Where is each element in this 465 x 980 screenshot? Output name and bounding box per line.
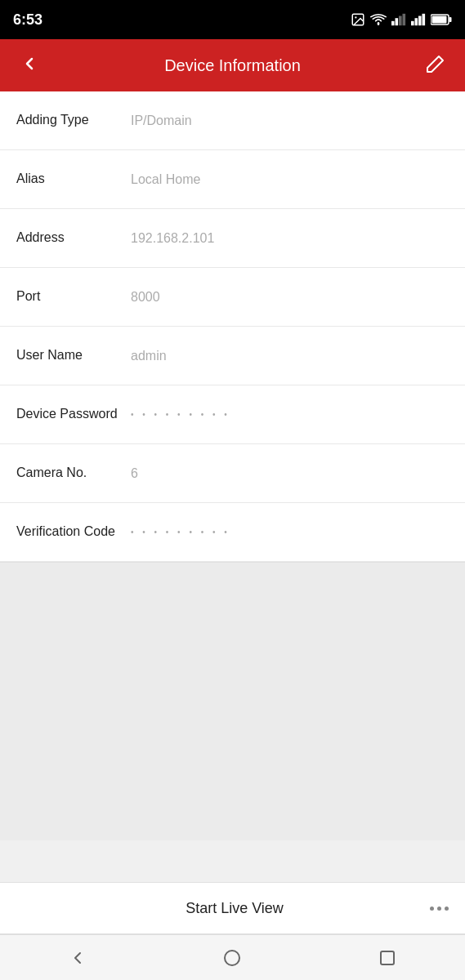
alias-row: Alias Local Home xyxy=(0,150,465,209)
port-label: Port xyxy=(16,288,131,305)
svg-point-1 xyxy=(355,16,356,18)
camera-no-label: Camera No. xyxy=(16,465,131,482)
device-password-label: Device Password xyxy=(16,406,131,423)
status-time: 6:53 xyxy=(13,11,42,29)
status-bar: 6:53 xyxy=(0,0,465,39)
svg-rect-4 xyxy=(399,16,402,26)
device-password-row: Device Password • • • • • • • • • xyxy=(0,385,465,444)
verification-code-value[interactable]: • • • • • • • • • xyxy=(131,528,449,537)
camera-no-row: Camera No. 6 xyxy=(0,444,465,503)
verification-code-label: Verification Code xyxy=(16,523,131,541)
dot-menu-2 xyxy=(437,906,441,911)
home-nav-button[interactable] xyxy=(216,942,248,974)
dot-menu-3 xyxy=(445,906,449,911)
adding-type-value[interactable]: IP/Domain xyxy=(131,114,449,128)
port-value[interactable]: 8000 xyxy=(131,290,449,305)
image-icon xyxy=(351,12,365,27)
wifi-icon xyxy=(370,13,387,26)
svg-rect-6 xyxy=(411,21,414,25)
camera-no-value[interactable]: 6 xyxy=(131,466,449,481)
address-label: Address xyxy=(16,229,131,247)
port-row: Port 8000 xyxy=(0,268,465,327)
address-value[interactable]: 192.168.2.101 xyxy=(131,231,449,246)
username-value[interactable]: admin xyxy=(131,349,449,363)
gray-area xyxy=(0,563,465,840)
nav-bar: Device Information xyxy=(0,39,465,91)
svg-rect-3 xyxy=(396,18,399,25)
recents-nav-button[interactable] xyxy=(371,942,404,974)
svg-rect-12 xyxy=(432,16,447,24)
bottom-action-bar: Start Live View xyxy=(0,882,465,934)
form-content: Adding Type IP/Domain Alias Local Home A… xyxy=(0,91,465,563)
svg-rect-5 xyxy=(403,14,406,25)
address-row: Address 192.168.2.101 xyxy=(0,209,465,268)
svg-rect-2 xyxy=(391,21,395,25)
svg-rect-8 xyxy=(418,16,422,26)
signal-icon xyxy=(391,13,406,26)
svg-rect-9 xyxy=(423,14,426,25)
svg-rect-14 xyxy=(381,951,394,964)
alias-label: Alias xyxy=(16,171,131,188)
verification-code-row: Verification Code • • • • • • • • • xyxy=(0,503,465,562)
adding-type-label: Adding Type xyxy=(16,112,131,129)
svg-rect-11 xyxy=(449,17,452,22)
battery-icon xyxy=(431,14,452,25)
status-icons xyxy=(351,12,452,27)
start-live-view-button[interactable]: Start Live View xyxy=(0,900,430,917)
page-title: Device Information xyxy=(46,56,419,75)
more-options-button[interactable] xyxy=(430,906,465,911)
adding-type-row: Adding Type IP/Domain xyxy=(0,91,465,150)
back-button[interactable] xyxy=(13,47,46,83)
signal-fill-icon xyxy=(411,13,426,26)
svg-point-13 xyxy=(225,951,239,965)
back-nav-button[interactable] xyxy=(61,942,94,974)
device-password-value[interactable]: • • • • • • • • • xyxy=(131,410,449,419)
username-label: User Name xyxy=(16,347,131,364)
username-row: User Name admin xyxy=(0,327,465,385)
svg-rect-7 xyxy=(415,18,418,25)
edit-button[interactable] xyxy=(419,47,452,83)
dot-menu-1 xyxy=(430,906,434,911)
system-nav-bar xyxy=(0,934,465,980)
alias-value[interactable]: Local Home xyxy=(131,172,449,187)
